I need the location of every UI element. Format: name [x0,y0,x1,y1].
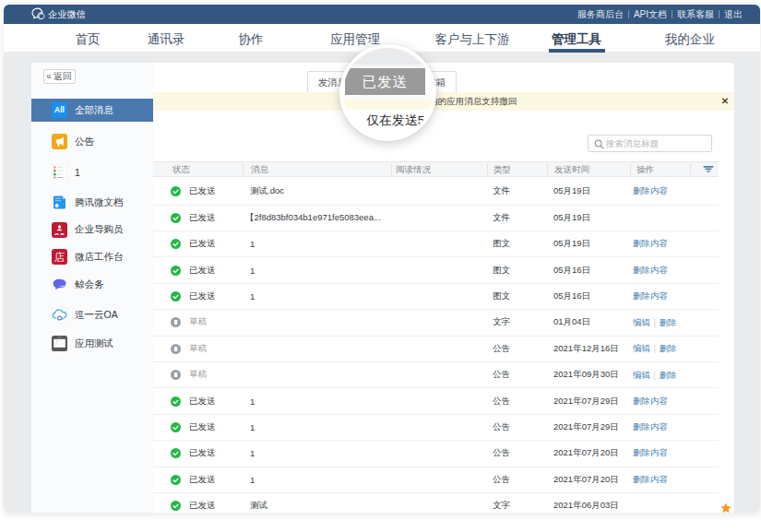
svg-text:店: 店 [54,252,65,263]
